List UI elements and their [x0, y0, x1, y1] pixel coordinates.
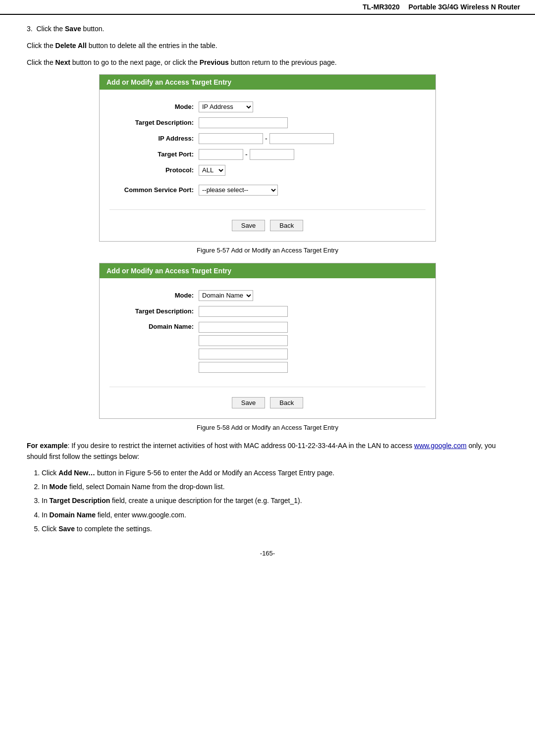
example-step-4: In Domain Name field, enter www.google.c… [42, 509, 508, 520]
form1-target-desc-label: Target Description: [109, 119, 199, 126]
google-link[interactable]: www.google.com [414, 442, 467, 450]
form1-protocol-select[interactable]: ALL TCP UDP [199, 165, 225, 176]
figure2-caption: Figure 5-58 Add or Modify an Access Targ… [27, 424, 508, 431]
form1-mode-label: Mode: [109, 103, 199, 110]
form1-panel: Add or Modify an Access Target Entry Mod… [99, 74, 436, 242]
form2-domain-input1[interactable] [199, 322, 288, 333]
page-header: TL-MR3020 Portable 3G/4G Wireless N Rout… [0, 0, 535, 15]
delete-all-bold: Delete All [55, 42, 87, 50]
form1-mode-select[interactable]: IP Address Domain Name [199, 101, 253, 112]
form2-back-button[interactable]: Back [270, 397, 303, 408]
form1-body: Mode: IP Address Domain Name Target Desc… [100, 90, 435, 241]
add-new-bold: Add New… [58, 469, 95, 477]
example-step-2: In Mode field, select Domain Name from t… [42, 481, 508, 492]
form1-save-button[interactable]: Save [232, 220, 266, 231]
example-step-5: Click Save to complete the settings. [42, 523, 508, 534]
form1-ip-input2[interactable] [269, 133, 334, 144]
form2-actions: Save Back [109, 392, 426, 410]
header-model: TL-MR3020 [363, 3, 400, 11]
figure1-caption: Figure 5-57 Add or Modify an Access Targ… [27, 247, 508, 254]
form2-target-desc-field [199, 306, 426, 317]
delete-all-para: Click the Delete All button to delete al… [27, 40, 508, 51]
form1-port-input2[interactable] [250, 149, 294, 160]
form1-protocol-row: Protocol: ALL TCP UDP [109, 165, 426, 176]
form2-save-button[interactable]: Save [232, 397, 266, 408]
form1-protocol-field: ALL TCP UDP [199, 165, 426, 176]
form2-target-desc-row: Target Description: [109, 306, 426, 317]
form1-ip-field: - [199, 133, 426, 144]
form2-target-desc-label: Target Description: [109, 307, 199, 315]
form2-domain-input3[interactable] [199, 349, 288, 359]
form1-divider [109, 209, 426, 210]
example-step-1: Click Add New… button in Figure 5-56 to … [42, 467, 508, 478]
form1-common-service-field: --please select-- [199, 185, 426, 196]
example-step-3: In Target Description field, create a un… [42, 495, 508, 506]
port-separator: - [245, 151, 248, 158]
page-number: -165- [27, 550, 508, 557]
previous-bold: Previous [200, 58, 229, 66]
form1-target-desc-row: Target Description: [109, 117, 426, 128]
form1-target-desc-input[interactable] [199, 117, 288, 128]
form1-common-service-label: Common Service Port: [109, 186, 199, 194]
page-content: 3. Click the Save button. Click the Dele… [0, 24, 535, 557]
form2-domain-input4[interactable] [199, 362, 288, 373]
form2-target-desc-input[interactable] [199, 306, 288, 317]
next-bold: Next [55, 58, 70, 66]
form2-domain-field [199, 322, 426, 373]
form1-ip-row: IP Address: - [109, 133, 426, 144]
form2-mode-label: Mode: [109, 292, 199, 299]
form2-header: Add or Modify an Access Target Entry [100, 263, 435, 278]
target-desc-bold: Target Description [50, 497, 110, 504]
form1-protocol-label: Protocol: [109, 166, 199, 174]
example-bold: For example [27, 442, 67, 450]
form1-target-desc-field [199, 117, 426, 128]
form2-mode-row: Mode: IP Address Domain Name [109, 290, 426, 301]
save-complete-bold: Save [58, 525, 75, 533]
step3-line: 3. Click the Save button. [27, 24, 508, 34]
save-bold: Save [65, 25, 81, 33]
form1-ip-label: IP Address: [109, 135, 199, 142]
next-prev-para: Click the Next button to go to the next … [27, 57, 508, 68]
mode-bold: Mode [50, 483, 68, 491]
form1-actions: Save Back [109, 215, 426, 233]
form2-domain-label: Domain Name: [109, 322, 199, 330]
form2-mode-select[interactable]: IP Address Domain Name [199, 290, 253, 301]
form1-ip-input1[interactable] [199, 133, 263, 144]
form1-mode-field: IP Address Domain Name [199, 101, 426, 112]
form1-port-input1[interactable] [199, 149, 243, 160]
form1-common-service-select[interactable]: --please select-- [199, 185, 278, 196]
form2-body: Mode: IP Address Domain Name Target Desc… [100, 278, 435, 418]
form1-header: Add or Modify an Access Target Entry [100, 75, 435, 90]
form2-mode-field: IP Address Domain Name [199, 290, 426, 301]
form1-back-button[interactable]: Back [270, 220, 303, 231]
form1-mode-row: Mode: IP Address Domain Name [109, 101, 426, 112]
example-steps-list: Click Add New… button in Figure 5-56 to … [42, 467, 508, 535]
form1-port-label: Target Port: [109, 151, 199, 158]
form2-divider [109, 387, 426, 387]
example-para: For example: If you desire to restrict t… [27, 440, 508, 462]
header-title: Portable 3G/4G Wireless N Router [409, 3, 521, 11]
form1-port-row: Target Port: - [109, 149, 426, 160]
domain-name-bold: Domain Name [50, 511, 96, 519]
form2-domain-input2[interactable] [199, 335, 288, 346]
domain-fields-group [199, 322, 288, 373]
form2-panel: Add or Modify an Access Target Entry Mod… [99, 263, 436, 419]
form2-domain-row: Domain Name: [109, 322, 426, 373]
form1-port-field: - [199, 149, 426, 160]
ip-separator: - [265, 135, 268, 143]
form1-common-service-row: Common Service Port: --please select-- [109, 185, 426, 196]
